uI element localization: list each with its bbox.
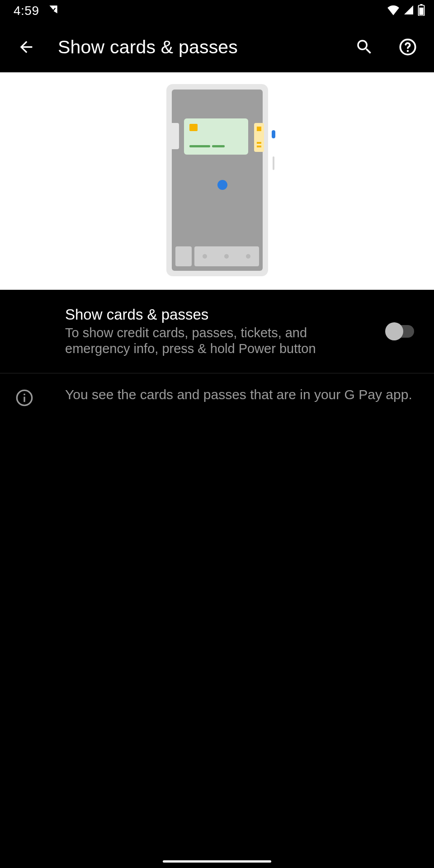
wifi-icon [387, 5, 400, 17]
phone-mockup [166, 84, 268, 276]
svg-point-4 [407, 50, 409, 52]
help-icon [398, 38, 417, 57]
svg-rect-6 [24, 396, 25, 402]
setting-subtitle: To show credit cards, passes, tickets, a… [65, 325, 375, 357]
app-bar: Show cards & passes [0, 22, 434, 72]
status-time: 4:59 [14, 4, 39, 18]
play-protect-icon [47, 4, 59, 18]
search-button[interactable] [343, 25, 386, 69]
info-row: You see the cards and passes that are in… [0, 373, 434, 407]
battery-icon [418, 4, 425, 18]
cellular-icon [403, 5, 414, 17]
home-indicator[interactable] [163, 860, 271, 863]
search-icon [355, 38, 374, 57]
setting-show-cards[interactable]: Show cards & passes To show credit cards… [0, 290, 434, 373]
page-title: Show cards & passes [58, 37, 343, 58]
toggle-knob [385, 322, 403, 340]
info-text: You see the cards and passes that are in… [65, 387, 421, 403]
svg-rect-2 [419, 8, 423, 15]
hero-illustration [0, 72, 434, 290]
setting-title: Show cards & passes [65, 306, 375, 323]
help-button[interactable] [386, 25, 429, 69]
arrow-left-icon [17, 38, 35, 56]
svg-rect-7 [24, 393, 25, 395]
info-icon [15, 389, 33, 407]
toggle-show-cards[interactable] [386, 325, 414, 338]
back-button[interactable] [5, 25, 48, 69]
status-bar: 4:59 [0, 0, 434, 22]
